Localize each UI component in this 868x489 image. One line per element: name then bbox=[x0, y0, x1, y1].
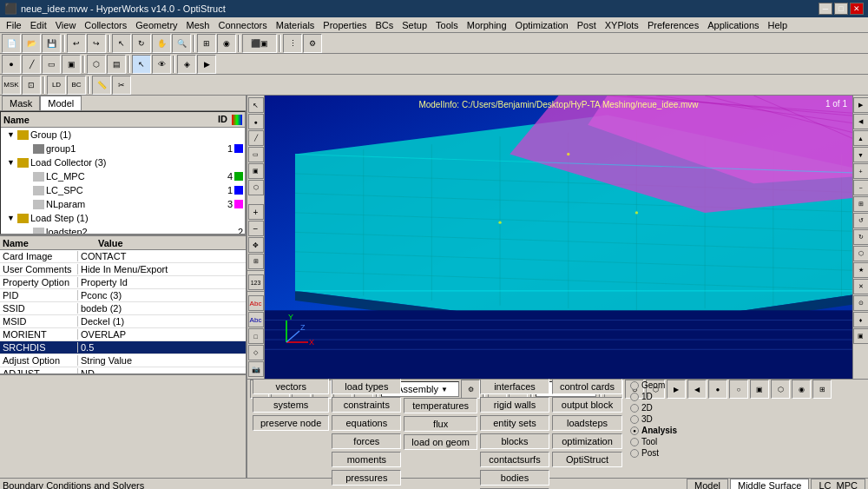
radio-analysis[interactable]: Analysis bbox=[630, 426, 679, 435]
pan-button[interactable]: ✋ bbox=[152, 34, 171, 53]
redo-button[interactable]: ↪ bbox=[87, 34, 106, 53]
vtb-text3[interactable]: □ bbox=[248, 328, 264, 344]
radio-tool-dot[interactable] bbox=[630, 438, 639, 446]
vtb-fit[interactable]: ⊞ bbox=[248, 254, 264, 269]
vtb-text2[interactable]: Abc bbox=[248, 312, 264, 327]
section-button[interactable]: ✂ bbox=[112, 76, 131, 95]
group1-row[interactable]: group1 1 bbox=[1, 142, 245, 155]
preserve-node-btn[interactable]: preserve node bbox=[253, 415, 329, 431]
prop-srchdis[interactable]: SRCHDIS 0.5 bbox=[0, 341, 246, 354]
optimization-btn[interactable]: optimization bbox=[552, 433, 622, 449]
rvtb-10[interactable]: ⬡ bbox=[853, 246, 869, 261]
status-tab-lc-mpc[interactable]: LC_MPC bbox=[811, 479, 865, 489]
rvtb-6[interactable]: − bbox=[853, 180, 869, 195]
menu-item-edit[interactable]: Edit bbox=[26, 19, 51, 31]
rvtb-11[interactable]: ★ bbox=[853, 262, 869, 278]
vtb-elem[interactable]: ▣ bbox=[248, 163, 264, 179]
view-button[interactable]: ◉ bbox=[217, 34, 236, 53]
radio-1d[interactable]: 1D bbox=[630, 392, 679, 401]
rvtb-1[interactable]: ▶ bbox=[853, 97, 869, 113]
menu-item-setup[interactable]: Setup bbox=[398, 19, 431, 31]
menu-item-applications[interactable]: Applications bbox=[703, 19, 763, 31]
maximize-button[interactable]: □ bbox=[834, 3, 848, 15]
menu-item-file[interactable]: File bbox=[2, 19, 26, 31]
rvtb-3[interactable]: ▲ bbox=[853, 130, 869, 146]
menu-item-help[interactable]: Help bbox=[764, 19, 792, 31]
status-tab-middle-surface[interactable]: Middle Surface bbox=[730, 479, 809, 489]
rvtb-15[interactable]: ▣ bbox=[853, 328, 869, 344]
surface-button[interactable]: ▭ bbox=[42, 55, 61, 74]
menu-item-bcs[interactable]: BCs bbox=[372, 19, 398, 31]
comp-button[interactable]: ▤ bbox=[107, 55, 126, 74]
rvtb-9[interactable]: ↻ bbox=[853, 229, 869, 245]
vtb-123[interactable]: 123 bbox=[248, 274, 264, 290]
props-content[interactable]: Card Image CONTACT User Comments Hide In… bbox=[0, 250, 246, 373]
load-on-geom-btn[interactable]: load on geom bbox=[404, 434, 477, 450]
blocks-btn[interactable]: blocks bbox=[480, 433, 549, 449]
loadsteps-btn[interactable]: loadsteps bbox=[552, 415, 622, 431]
mask2-button[interactable]: ⊡ bbox=[22, 76, 41, 95]
menu-item-connectors[interactable]: Connectors bbox=[214, 19, 271, 31]
temperatures-btn[interactable]: temperatures bbox=[404, 398, 477, 413]
radio-1d-dot[interactable] bbox=[630, 393, 639, 401]
radio-3d[interactable]: 3D bbox=[630, 414, 679, 424]
radio-tool[interactable]: Tool bbox=[630, 437, 679, 446]
loadstep2-row[interactable]: loadstep2 2 bbox=[1, 225, 245, 234]
vtb-zoom-in[interactable]: + bbox=[248, 204, 264, 220]
rvtb-12[interactable]: ✕ bbox=[853, 279, 869, 294]
entity-sets-btn[interactable]: entity sets bbox=[480, 415, 549, 431]
minimize-button[interactable]: ─ bbox=[819, 3, 832, 15]
iso-button[interactable]: ◈ bbox=[177, 55, 196, 74]
flux-btn[interactable]: flux bbox=[404, 416, 477, 432]
menu-item-geometry[interactable]: Geometry bbox=[131, 19, 181, 31]
loadstep-folder[interactable]: ▼ Load Step (1) bbox=[1, 211, 245, 225]
undo-button[interactable]: ↩ bbox=[67, 34, 86, 53]
vtb-text4[interactable]: ◇ bbox=[248, 345, 264, 360]
menu-item-morphing[interactable]: Morphing bbox=[463, 19, 511, 31]
radio-geom[interactable]: Geom bbox=[630, 380, 679, 390]
forces-btn[interactable]: forces bbox=[332, 433, 401, 449]
rvtb-13[interactable]: ⊙ bbox=[853, 295, 869, 311]
mask-tab[interactable]: Mask bbox=[2, 96, 40, 110]
prop-adjust[interactable]: ADJUST ND bbox=[0, 367, 246, 373]
vtb-text1[interactable]: Abc bbox=[248, 295, 264, 311]
menu-item-tools[interactable]: Tools bbox=[431, 19, 463, 31]
bc-button[interactable]: BC bbox=[67, 76, 86, 95]
shading-button[interactable]: ⬛▣ bbox=[242, 34, 277, 53]
load-button[interactable]: LD bbox=[47, 76, 66, 95]
radio-2d[interactable]: 2D bbox=[630, 403, 679, 413]
control-cards-btn[interactable]: control cards bbox=[552, 379, 622, 394]
menu-item-optimization[interactable]: Optimization bbox=[511, 19, 573, 31]
new-button[interactable]: 📄 bbox=[2, 34, 21, 53]
title-bar-controls[interactable]: ─ □ ✕ bbox=[819, 3, 864, 15]
viewport-3d[interactable]: ModelInfo: C:/Users/Benjamin/Desktop/HyP… bbox=[265, 96, 852, 379]
interfaces-btn[interactable]: interfaces bbox=[480, 379, 549, 394]
rotate-button[interactable]: ↻ bbox=[132, 34, 151, 53]
rvtb-8[interactable]: ↺ bbox=[853, 213, 869, 228]
tree-content[interactable]: ▼ Group (1) group1 1 ▼ bbox=[1, 128, 245, 234]
options-button[interactable]: ⚙ bbox=[303, 34, 322, 53]
open-button[interactable]: 📂 bbox=[22, 34, 41, 53]
vtb-comp[interactable]: ⬡ bbox=[248, 180, 264, 195]
mesh-button[interactable]: ⋮ bbox=[283, 34, 302, 53]
prop-user-comments[interactable]: User Comments Hide In Menu/Export bbox=[0, 263, 246, 276]
menu-item-properties[interactable]: Properties bbox=[319, 19, 371, 31]
load-types-btn[interactable]: load types bbox=[332, 379, 401, 394]
measure-button[interactable]: 📏 bbox=[92, 76, 111, 95]
rigid-walls-btn[interactable]: rigid walls bbox=[480, 397, 549, 413]
prop-property-option[interactable]: Property Option Property Id bbox=[0, 276, 246, 289]
menu-item-mesh[interactable]: Mesh bbox=[182, 19, 214, 31]
opti-struct-btn[interactable]: OptiStruct bbox=[552, 452, 622, 467]
vectors-btn[interactable]: vectors bbox=[253, 379, 329, 394]
prop-pid[interactable]: PID Pconc (3) bbox=[0, 289, 246, 302]
menu-item-view[interactable]: View bbox=[51, 19, 81, 31]
node-button[interactable]: ● bbox=[2, 55, 21, 74]
systems-btn[interactable]: systems bbox=[253, 397, 329, 413]
vtb-zoom-out[interactable]: − bbox=[248, 221, 264, 236]
prop-card-image[interactable]: Card Image CONTACT bbox=[0, 250, 246, 263]
menu-item-post[interactable]: Post bbox=[573, 19, 601, 31]
save-button[interactable]: 💾 bbox=[42, 34, 61, 53]
front-button[interactable]: ▶ bbox=[197, 55, 216, 74]
moments-btn[interactable]: moments bbox=[332, 452, 401, 467]
menu-item-xyplots[interactable]: XYPlots bbox=[601, 19, 643, 31]
